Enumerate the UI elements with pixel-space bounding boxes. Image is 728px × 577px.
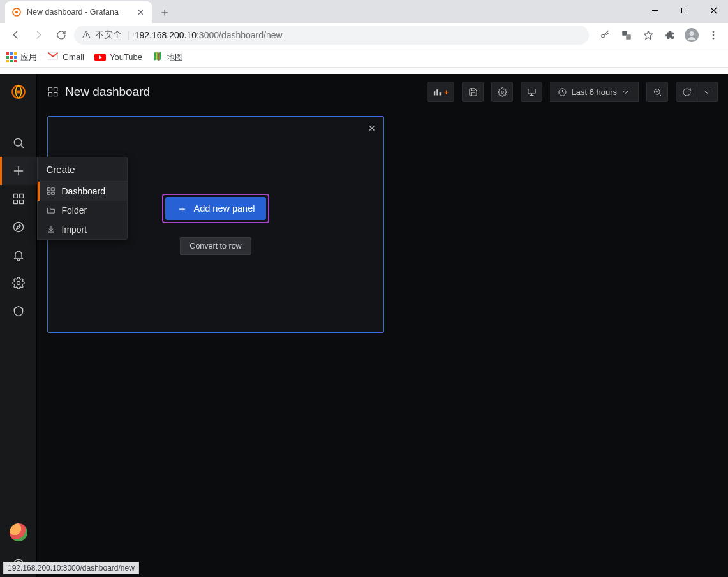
- toolbar-add-panel-button[interactable]: +: [427, 82, 455, 102]
- bookmark-gmail[interactable]: Gmail: [47, 52, 84, 62]
- svg-line-49: [659, 94, 661, 96]
- svg-point-31: [13, 223, 23, 232]
- window-controls: [640, 0, 728, 20]
- toolbar-zoom-out-button[interactable]: [646, 82, 668, 102]
- grafana-favicon: [11, 7, 22, 17]
- create-menu-folder-label: Folder: [62, 205, 87, 215]
- svg-line-20: [20, 145, 23, 147]
- svg-rect-23: [47, 188, 50, 191]
- bookmark-apps-label: 应用: [20, 52, 37, 63]
- browser-tabstrip: New dashboard - Grafana ✕ ＋: [0, 0, 728, 23]
- grafana-sidebar: Create Dashboard Folder Import: [0, 74, 37, 577]
- svg-rect-28: [19, 194, 23, 198]
- svg-point-16: [713, 37, 715, 39]
- time-range-picker[interactable]: Last 6 hours: [550, 82, 639, 102]
- toolbar-save-button[interactable]: [462, 82, 484, 102]
- window-close-icon[interactable]: [699, 0, 728, 20]
- url-input[interactable]: 不安全 | 192.168.200.10:3000/dashboard/new: [74, 26, 589, 45]
- plus-icon: ＋: [177, 201, 188, 216]
- translate-icon[interactable]: [617, 26, 636, 45]
- chevron-down-icon: [621, 87, 630, 97]
- new-tab-button[interactable]: ＋: [156, 3, 174, 21]
- svg-rect-10: [626, 34, 631, 40]
- convert-to-row-button[interactable]: Convert to row: [180, 237, 251, 255]
- sidebar-create-icon[interactable]: Create Dashboard Folder Import: [0, 157, 37, 185]
- profile-avatar-icon[interactable]: [682, 26, 701, 45]
- svg-rect-24: [52, 188, 54, 191]
- bookmark-gmail-label: Gmail: [63, 52, 84, 62]
- window-minimize-icon[interactable]: [640, 0, 669, 20]
- bookmarks-bar: 应用 Gmail YouTube 地图: [0, 47, 728, 68]
- bookmark-maps-label: 地图: [167, 52, 183, 63]
- svg-point-33: [17, 282, 20, 285]
- convert-to-row-label: Convert to row: [189, 242, 241, 251]
- insecure-badge[interactable]: 不安全: [82, 29, 122, 41]
- maps-icon: [152, 51, 163, 63]
- sidebar-dashboards-icon[interactable]: [0, 185, 37, 213]
- sidebar-server-admin-icon[interactable]: [0, 297, 37, 325]
- svg-rect-39: [54, 93, 57, 96]
- toolbar-refresh-button[interactable]: [676, 82, 697, 102]
- create-flyout-heading: Create: [38, 157, 127, 182]
- dashboard-canvas: ✕ ＋ Add new panel Convert to row: [37, 110, 728, 577]
- svg-rect-37: [54, 87, 57, 91]
- nav-back-icon[interactable]: [5, 25, 26, 45]
- tab-close-icon[interactable]: ✕: [135, 8, 145, 17]
- svg-point-13: [690, 31, 694, 36]
- svg-rect-38: [48, 93, 52, 96]
- kebab-menu-icon[interactable]: [704, 26, 723, 45]
- panel-close-icon[interactable]: ✕: [368, 123, 376, 133]
- svg-rect-26: [52, 192, 54, 194]
- bookmark-youtube-label: YouTube: [110, 52, 142, 62]
- sidebar-alerting-icon[interactable]: [0, 241, 37, 269]
- svg-rect-42: [439, 92, 441, 95]
- sidebar-user-avatar[interactable]: [10, 523, 27, 541]
- svg-rect-44: [528, 89, 535, 94]
- svg-rect-36: [48, 87, 52, 91]
- toolbar-refresh-interval-dropdown[interactable]: [697, 82, 718, 102]
- nav-forward-icon[interactable]: [28, 25, 48, 45]
- bookmark-youtube[interactable]: YouTube: [94, 52, 142, 62]
- svg-point-8: [602, 34, 605, 38]
- gmail-icon: [47, 52, 59, 62]
- browser-tab-active[interactable]: New dashboard - Grafana ✕: [5, 1, 152, 23]
- bookmark-maps[interactable]: 地图: [152, 51, 183, 63]
- window-maximize-icon[interactable]: [669, 0, 699, 20]
- svg-rect-40: [434, 91, 436, 95]
- create-menu-folder[interactable]: Folder: [38, 201, 127, 220]
- bookmark-apps[interactable]: 应用: [6, 52, 37, 63]
- grafana-logo-icon[interactable]: [0, 74, 37, 110]
- toolbar-settings-button[interactable]: [491, 82, 513, 102]
- bookmark-star-icon[interactable]: [639, 26, 658, 45]
- sidebar-explore-icon[interactable]: [0, 213, 37, 241]
- add-new-panel-label: Add new panel: [194, 203, 255, 214]
- add-new-panel-button[interactable]: ＋ Add new panel: [165, 197, 267, 220]
- svg-rect-27: [13, 194, 17, 198]
- password-key-icon[interactable]: [595, 26, 614, 45]
- svg-rect-41: [436, 89, 438, 95]
- grafana-topbar: New dashboard + Last 6 hours: [37, 74, 728, 110]
- time-range-label: Last 6 hours: [571, 87, 617, 97]
- sidebar-search-icon[interactable]: [0, 129, 37, 157]
- url-text: 192.168.200.10:3000/dashboard/new: [135, 30, 283, 40]
- browser-address-bar: 不安全 | 192.168.200.10:3000/dashboard/new: [0, 23, 728, 47]
- browser-tab-title: New dashboard - Grafana: [27, 8, 119, 17]
- create-menu-dashboard-label: Dashboard: [62, 186, 106, 196]
- svg-point-14: [713, 31, 715, 33]
- toolbar-view-mode-button[interactable]: [521, 82, 542, 102]
- breadcrumb[interactable]: New dashboard: [47, 85, 150, 99]
- sidebar-configuration-icon[interactable]: [0, 269, 37, 297]
- browser-status-tooltip: 192.168.200.10:3000/dashboard/new: [3, 562, 139, 574]
- create-menu-import[interactable]: Import: [38, 220, 127, 239]
- svg-marker-32: [16, 225, 20, 230]
- svg-rect-29: [13, 200, 17, 204]
- create-menu-dashboard[interactable]: Dashboard: [38, 182, 127, 201]
- extensions-icon[interactable]: [660, 26, 680, 45]
- svg-point-43: [501, 91, 504, 93]
- apps-grid-icon: [6, 52, 17, 62]
- create-menu-import-label: Import: [62, 224, 87, 235]
- nav-reload-icon[interactable]: [51, 25, 71, 45]
- page-title: New dashboard: [65, 85, 150, 99]
- svg-rect-30: [19, 200, 23, 204]
- svg-point-7: [86, 36, 87, 37]
